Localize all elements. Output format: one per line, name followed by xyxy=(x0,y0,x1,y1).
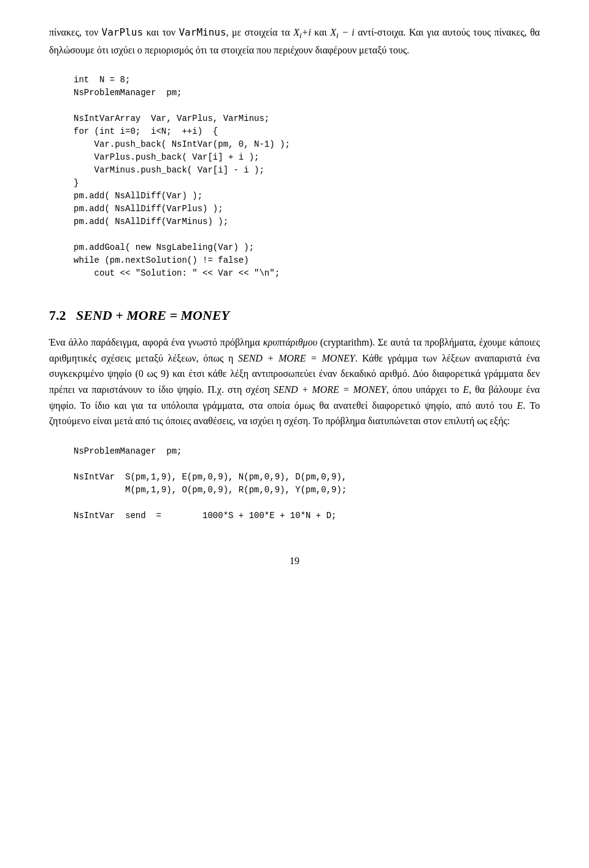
intro-paragraph: πίνακες, τον VarPlus και τον VarMinus, μ… xyxy=(49,25,540,58)
code-block-2: NsProblemManager pm; NsIntVar S(pm,1,9),… xyxy=(49,439,540,529)
page-content: πίνακες, τον VarPlus και τον VarMinus, μ… xyxy=(49,25,540,568)
code-text-2: NsProblemManager pm; NsIntVar S(pm,1,9),… xyxy=(74,446,347,521)
section-heading: 7.2 SEND + MORE = MONEY xyxy=(49,304,540,326)
section-title: SEND + MORE = MONEY xyxy=(76,308,229,323)
section-number: 7.2 xyxy=(49,308,66,323)
code-block-1: int N = 8; NsProblemManager pm; NsIntVar… xyxy=(49,68,540,286)
page-number: 19 xyxy=(49,553,540,569)
code-text-1: int N = 8; NsProblemManager pm; NsIntVar… xyxy=(74,75,290,278)
body-paragraph-1: Ένα άλλο παράδειγμα, αφορά ένα γνωστό πρ… xyxy=(49,335,540,429)
